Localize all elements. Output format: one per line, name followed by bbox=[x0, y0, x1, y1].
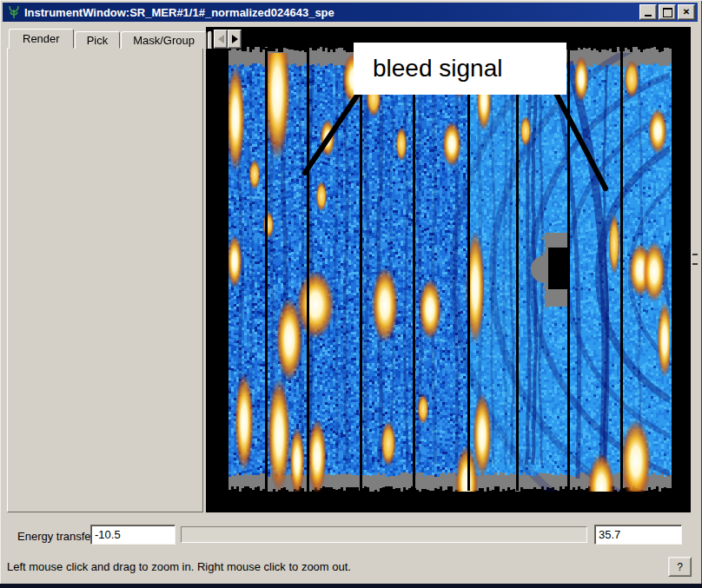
energy-transfer-slider[interactable] bbox=[181, 526, 587, 543]
splitter-handle[interactable] bbox=[692, 263, 698, 265]
splitter-handle[interactable] bbox=[692, 254, 698, 255]
status-text: Left mouse click and drag to zoom in. Ri… bbox=[7, 560, 351, 573]
chevron-right-icon bbox=[232, 35, 238, 43]
maximize-button[interactable] bbox=[659, 4, 676, 20]
help-icon: ? bbox=[677, 561, 683, 573]
tab-scroll-right-button[interactable] bbox=[228, 30, 242, 49]
tab-pick[interactable]: Pick bbox=[75, 31, 121, 49]
window-bottom-edge bbox=[0, 584, 702, 588]
tab-mask-group[interactable]: Mask/Group bbox=[121, 31, 207, 49]
minimize-button[interactable] bbox=[639, 4, 657, 20]
detector-viewport[interactable]: bleed signal bbox=[206, 27, 691, 512]
annotation-text: bleed signal bbox=[373, 55, 502, 83]
minimize-icon bbox=[645, 15, 652, 17]
maximize-icon bbox=[663, 8, 672, 17]
title-bar[interactable]: InstrumentWindow:SR_MER#1/1#_normalized0… bbox=[3, 3, 698, 22]
window-title: InstrumentWindow:SR_MER#1/1#_normalized0… bbox=[24, 6, 638, 19]
energy-min-input[interactable] bbox=[90, 525, 176, 545]
annotation-callout: bleed signal bbox=[354, 43, 566, 95]
annotation-lines bbox=[206, 27, 691, 512]
close-icon: ✕ bbox=[683, 8, 690, 17]
render-tab-pane bbox=[7, 48, 203, 512]
close-button[interactable]: ✕ bbox=[678, 4, 695, 20]
tab-render[interactable]: Render bbox=[9, 29, 74, 49]
energy-transfer-label: Energy transfer bbox=[17, 530, 95, 543]
tab-bar: Render Pick Mask/Group bbox=[9, 29, 242, 49]
tab-overflow-sliver bbox=[208, 31, 212, 49]
energy-max-input[interactable] bbox=[594, 525, 682, 545]
app-icon bbox=[7, 5, 21, 19]
tab-scroll-left-button[interactable] bbox=[214, 30, 228, 49]
instrument-window: InstrumentWindow:SR_MER#1/1#_normalized0… bbox=[0, 0, 702, 588]
chevron-left-icon bbox=[218, 35, 224, 43]
help-button[interactable]: ? bbox=[668, 557, 692, 577]
